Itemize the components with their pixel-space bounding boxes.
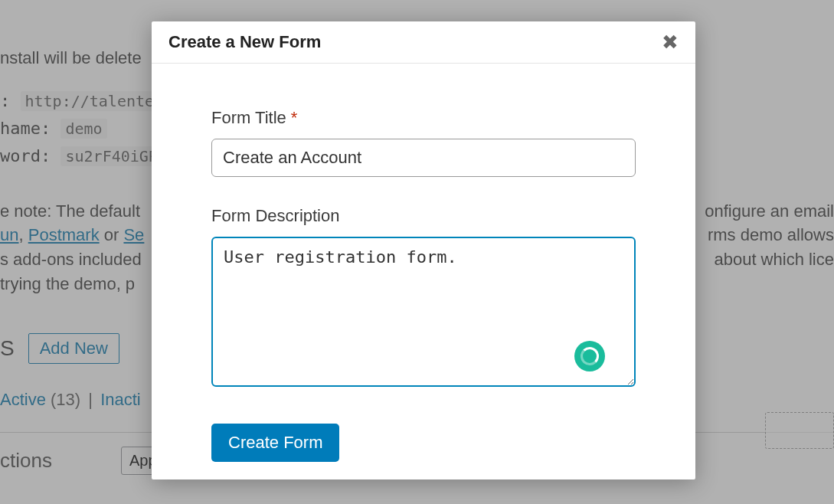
- form-title-label: Form Title*: [211, 108, 636, 128]
- close-icon[interactable]: ✖: [662, 32, 679, 52]
- create-form-modal: Create a New Form ✖ Form Title* Form Des…: [152, 21, 695, 479]
- form-description-label: Form Description: [211, 206, 636, 226]
- form-title-input[interactable]: [211, 139, 636, 177]
- form-description-input[interactable]: [211, 237, 636, 387]
- create-form-button[interactable]: Create Form: [211, 424, 339, 462]
- loading-spinner-icon: [574, 341, 605, 371]
- modal-title: Create a New Form: [168, 32, 321, 52]
